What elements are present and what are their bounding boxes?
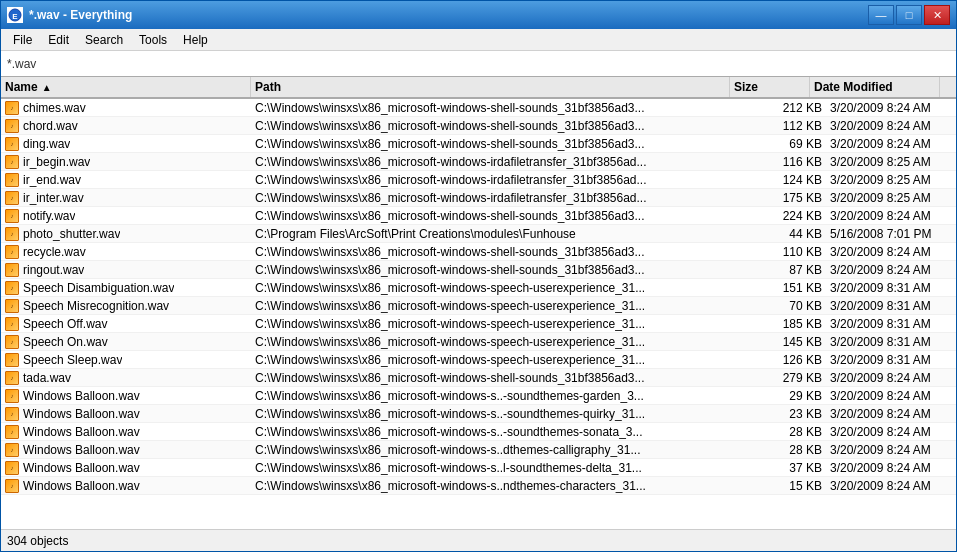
file-name-cell: ♪Windows Balloon.wav [1,387,251,404]
header-date[interactable]: Date Modified [810,77,940,97]
file-size-cell: 70 KB [746,297,826,314]
file-name-cell: ♪ding.wav [1,135,251,152]
close-button[interactable]: ✕ [924,5,950,25]
table-row[interactable]: ♪Windows Balloon.wavC:\Windows\winsxs\x8… [1,459,956,477]
file-path-cell: C:\Windows\winsxs\x86_microsoft-windows-… [251,297,746,314]
table-row[interactable]: ♪ir_end.wavC:\Windows\winsxs\x86_microso… [1,171,956,189]
file-path-cell: C:\Windows\winsxs\x86_microsoft-windows-… [251,441,746,458]
table-row[interactable]: ♪Windows Balloon.wavC:\Windows\winsxs\x8… [1,423,956,441]
file-name: Windows Balloon.wav [23,443,140,457]
file-date-cell: 3/20/2009 8:24 AM [826,99,956,116]
file-date-cell: 3/20/2009 8:24 AM [826,369,956,386]
title-bar-left: E *.wav - Everything [7,7,132,23]
file-size-cell: 126 KB [746,351,826,368]
file-name-cell: ♪tada.wav [1,369,251,386]
wav-icon: ♪ [5,425,19,439]
file-name: ir_inter.wav [23,191,84,205]
file-name-cell: ♪ir_end.wav [1,171,251,188]
table-row[interactable]: ♪ir_inter.wavC:\Windows\winsxs\x86_micro… [1,189,956,207]
file-name: tada.wav [23,371,71,385]
menu-bar: FileEditSearchToolsHelp [1,29,956,51]
file-name: Windows Balloon.wav [23,407,140,421]
file-name: chord.wav [23,119,78,133]
file-name-cell: ♪Windows Balloon.wav [1,441,251,458]
file-path-cell: C:\Windows\winsxs\x86_microsoft-windows-… [251,333,746,350]
file-date-cell: 3/20/2009 8:25 AM [826,189,956,206]
file-path-cell: C:\Windows\winsxs\x86_microsoft-windows-… [251,243,746,260]
file-date-cell: 3/20/2009 8:24 AM [826,117,956,134]
wav-icon: ♪ [5,263,19,277]
title-bar: E *.wav - Everything — □ ✕ [1,1,956,29]
table-row[interactable]: ♪ding.wavC:\Windows\winsxs\x86_microsoft… [1,135,956,153]
minimize-button[interactable]: — [868,5,894,25]
status-bar: 304 objects [1,529,956,551]
file-date-cell: 3/20/2009 8:24 AM [826,387,956,404]
table-row[interactable]: ♪notify.wavC:\Windows\winsxs\x86_microso… [1,207,956,225]
table-row[interactable]: ♪Speech Misrecognition.wavC:\Windows\win… [1,297,956,315]
wav-icon: ♪ [5,299,19,313]
table-row[interactable]: ♪Windows Balloon.wavC:\Windows\winsxs\x8… [1,441,956,459]
table-row[interactable]: ♪Speech Off.wavC:\Windows\winsxs\x86_mic… [1,315,956,333]
file-name-cell: ♪Speech On.wav [1,333,251,350]
file-date-cell: 3/20/2009 8:31 AM [826,315,956,332]
table-row[interactable]: ♪photo_shutter.wavC:\Program Files\ArcSo… [1,225,956,243]
file-path-cell: C:\Windows\winsxs\x86_microsoft-windows-… [251,261,746,278]
file-size-cell: 29 KB [746,387,826,404]
file-path-cell: C:\Windows\winsxs\x86_microsoft-windows-… [251,315,746,332]
table-row[interactable]: ♪Windows Balloon.wavC:\Windows\winsxs\x8… [1,477,956,495]
header-name[interactable]: Name ▲ [1,77,251,97]
file-list[interactable]: ♪chimes.wavC:\Windows\winsxs\x86_microso… [1,99,956,529]
table-row[interactable]: ♪chord.wavC:\Windows\winsxs\x86_microsof… [1,117,956,135]
menu-item-file[interactable]: File [5,31,40,49]
file-name-cell: ♪photo_shutter.wav [1,225,251,242]
file-path-cell: C:\Windows\winsxs\x86_microsoft-windows-… [251,207,746,224]
header-size[interactable]: Size [730,77,810,97]
file-date-cell: 3/20/2009 8:24 AM [826,423,956,440]
file-name-cell: ♪recycle.wav [1,243,251,260]
maximize-button[interactable]: □ [896,5,922,25]
table-row[interactable]: ♪Windows Balloon.wavC:\Windows\winsxs\x8… [1,405,956,423]
table-row[interactable]: ♪Windows Balloon.wavC:\Windows\winsxs\x8… [1,387,956,405]
file-name: ringout.wav [23,263,84,277]
file-size-cell: 116 KB [746,153,826,170]
header-path[interactable]: Path [251,77,730,97]
wav-icon: ♪ [5,137,19,151]
file-size-cell: 185 KB [746,315,826,332]
file-name: Windows Balloon.wav [23,479,140,493]
menu-item-tools[interactable]: Tools [131,31,175,49]
file-name-cell: ♪Windows Balloon.wav [1,423,251,440]
menu-item-help[interactable]: Help [175,31,216,49]
wav-icon: ♪ [5,371,19,385]
table-row[interactable]: ♪ir_begin.wavC:\Windows\winsxs\x86_micro… [1,153,956,171]
menu-item-edit[interactable]: Edit [40,31,77,49]
file-date-cell: 3/20/2009 8:24 AM [826,207,956,224]
file-size-cell: 28 KB [746,441,826,458]
table-row[interactable]: ♪recycle.wavC:\Windows\winsxs\x86_micros… [1,243,956,261]
file-path-cell: C:\Windows\winsxs\x86_microsoft-windows-… [251,423,746,440]
table-row[interactable]: ♪Speech On.wavC:\Windows\winsxs\x86_micr… [1,333,956,351]
wav-icon: ♪ [5,443,19,457]
file-size-cell: 69 KB [746,135,826,152]
table-row[interactable]: ♪chimes.wavC:\Windows\winsxs\x86_microso… [1,99,956,117]
file-path-cell: C:\Windows\winsxs\x86_microsoft-windows-… [251,117,746,134]
file-path-cell: C:\Windows\winsxs\x86_microsoft-windows-… [251,153,746,170]
file-date-cell: 3/20/2009 8:31 AM [826,351,956,368]
table-row[interactable]: ♪ringout.wavC:\Windows\winsxs\x86_micros… [1,261,956,279]
wav-icon: ♪ [5,227,19,241]
file-size-cell: 124 KB [746,171,826,188]
wav-icon: ♪ [5,119,19,133]
table-row[interactable]: ♪Speech Sleep.wavC:\Windows\winsxs\x86_m… [1,351,956,369]
wav-icon: ♪ [5,101,19,115]
wav-icon: ♪ [5,281,19,295]
table-row[interactable]: ♪tada.wavC:\Windows\winsxs\x86_microsoft… [1,369,956,387]
list-header: Name ▲ Path Size Date Modified [1,77,956,99]
wav-icon: ♪ [5,335,19,349]
file-path-cell: C:\Windows\winsxs\x86_microsoft-windows-… [251,477,746,494]
file-name: Speech Disambiguation.wav [23,281,174,295]
file-size-cell: 212 KB [746,99,826,116]
file-size-cell: 112 KB [746,117,826,134]
menu-item-search[interactable]: Search [77,31,131,49]
table-row[interactable]: ♪Speech Disambiguation.wavC:\Windows\win… [1,279,956,297]
search-bar: *.wav [1,51,956,77]
file-name: Speech Off.wav [23,317,108,331]
